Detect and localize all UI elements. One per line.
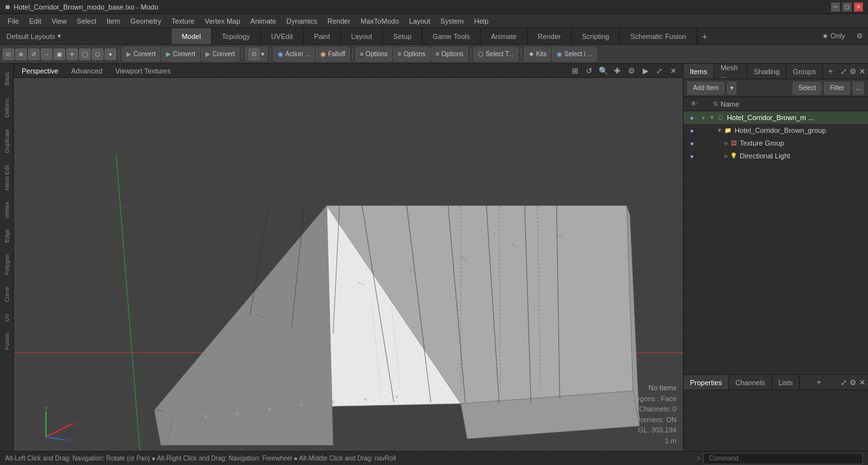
sidebar-item-mesh-edit[interactable]: Mesh Edit [3, 160, 11, 195]
menu-edit[interactable]: Edit [24, 16, 47, 26]
vp-expand-icon[interactable]: ⊞ [569, 65, 581, 77]
tab-uvedit[interactable]: UVEdit [261, 28, 304, 44]
props-tab-properties[interactable]: Properties [684, 375, 729, 390]
vp-tab-viewport-textures[interactable]: Viewport Textures [111, 66, 174, 76]
options-button-2[interactable]: ≡ Options [393, 47, 430, 61]
tool-rotate-icon[interactable]: ↺ [28, 49, 40, 60]
vp-rotate-icon[interactable]: ↺ [583, 65, 595, 77]
convert-button-1[interactable]: ▶ Convert [122, 47, 160, 61]
expand-root[interactable]: ▼ [709, 114, 715, 121]
tab-topology[interactable]: Topology [212, 28, 261, 44]
kits-button[interactable]: ★ Kits [524, 47, 551, 61]
vp-tab-advanced[interactable]: Advanced [67, 66, 106, 76]
vp-play-icon[interactable]: ▶ [640, 65, 651, 77]
vp-fullscreen-icon[interactable]: ⤢ [654, 65, 665, 77]
tab-paint[interactable]: Paint [304, 28, 341, 44]
falloff-button[interactable]: ◉ Falloff [316, 47, 350, 61]
convert-button-2[interactable]: ▶ Convert [161, 47, 200, 61]
action-button[interactable]: ◉ Action ... [273, 47, 315, 61]
tool-box-icon[interactable]: ▣ [54, 49, 65, 60]
layouts-dropdown[interactable]: Default Layouts ▾ [0, 28, 68, 44]
select-item-button[interactable]: ◉ Select i ... [552, 47, 597, 61]
props-tab-lists[interactable]: Lists [772, 375, 800, 390]
add-tab-button[interactable]: + [697, 28, 712, 44]
tab-scripting[interactable]: Scripting [572, 28, 620, 44]
props-expand-icon[interactable]: ⤢ [841, 378, 847, 387]
add-prop-tab[interactable]: + [811, 375, 827, 390]
sidebar-item-vertex[interactable]: Vertex [3, 197, 11, 224]
tab-render[interactable]: Render [528, 28, 572, 44]
tab-animate[interactable]: Animate [481, 28, 527, 44]
list-item-root[interactable]: ● ● ▼ ⬡ Hotel_Corridor_Brown_m ... [684, 111, 868, 124]
vp-settings-icon[interactable]: ⚙ [625, 65, 637, 77]
item-eye-light[interactable]: ● [686, 153, 698, 160]
more-items-button[interactable]: ... [853, 82, 864, 95]
tab-game-tools[interactable]: Game Tools [423, 28, 481, 44]
settings-icon[interactable]: ⚙ [851, 28, 868, 44]
vp-add-icon[interactable]: ✚ [611, 65, 623, 77]
sidebar-item-basic[interactable]: Basic [3, 66, 11, 91]
item-label-texture[interactable]: Texture Group [740, 139, 865, 147]
panel-close-icon[interactable]: ✕ [859, 67, 865, 76]
viewport-canvas[interactable]: X Y Z No Items Polygons : Face Channels:… [14, 78, 683, 451]
tool-transform-icon[interactable]: ⊕ [15, 49, 27, 60]
props-close-icon[interactable]: ✕ [859, 378, 865, 387]
tool-select-icon[interactable]: ⊙ [3, 49, 14, 60]
menu-animate[interactable]: Animate [245, 16, 281, 26]
viewport[interactable]: Perspective Advanced Viewport Textures ⊞… [14, 64, 683, 451]
vp-zoom-icon[interactable]: 🔍 [597, 65, 609, 77]
menu-file[interactable]: File [3, 16, 24, 26]
item-label-light[interactable]: Directional Light [740, 152, 865, 160]
item-label-root[interactable]: Hotel_Corridor_Brown_m ... [727, 114, 865, 121]
menu-layout[interactable]: Layout [404, 16, 435, 26]
tab-model[interactable]: Model [172, 28, 212, 44]
panel-expand-icon[interactable]: ⤢ [841, 67, 847, 76]
panel-settings-icon[interactable]: ⚙ [849, 67, 857, 76]
select-items-button[interactable]: Select [793, 82, 822, 95]
panel-tab-groups[interactable]: Groups [786, 64, 823, 79]
tab-schematic-fusion[interactable]: Schematic Fusion [620, 28, 696, 44]
panel-tab-items[interactable]: Items [684, 64, 714, 79]
menu-system[interactable]: System [435, 16, 469, 26]
menu-help[interactable]: Help [469, 16, 494, 26]
command-input[interactable] [703, 453, 863, 464]
tool-dropdown[interactable]: ⊙ ▾ [245, 47, 267, 61]
menu-item[interactable]: Item [101, 16, 125, 26]
items-list[interactable]: ● ● ▼ ⬡ Hotel_Corridor_Brown_m ... ● ▼ [684, 111, 868, 374]
options-button-3[interactable]: ≡ Options [431, 47, 468, 61]
maximize-button[interactable]: □ [842, 3, 851, 11]
menu-geometry[interactable]: Geometry [125, 16, 166, 26]
sidebar-item-polygon[interactable]: Polygon [3, 249, 11, 280]
item-label-group[interactable]: Hotel_Corridor_Brown_group [735, 126, 865, 134]
list-item-group[interactable]: ● ▼ 📁 Hotel_Corridor_Brown_group [684, 124, 868, 137]
panel-tab-mesh[interactable]: Mesh ... [714, 64, 747, 79]
item-eye-root[interactable]: ● [686, 114, 698, 121]
props-settings-icon[interactable]: ⚙ [849, 378, 857, 387]
sidebar-item-deform[interactable]: Deform. [3, 92, 11, 123]
menu-select[interactable]: Select [71, 16, 101, 26]
titlebar-controls[interactable]: ─ □ ✕ [831, 3, 863, 11]
close-button[interactable]: ✕ [854, 3, 863, 11]
expand-group[interactable]: ▼ [717, 127, 722, 133]
sidebar-item-fusion[interactable]: Fusion [3, 328, 11, 355]
filter-items-button[interactable]: Filter [824, 82, 849, 95]
tab-layout[interactable]: Layout [341, 28, 383, 44]
add-item-button[interactable]: Add Item [687, 82, 724, 95]
tool-hex-icon[interactable]: ⬡ [92, 49, 103, 60]
add-item-dropdown[interactable]: ▾ [727, 82, 737, 95]
tool-move-icon[interactable]: ✛ [66, 49, 78, 60]
props-tab-channels[interactable]: Channels [729, 375, 772, 390]
select-topology-button[interactable]: ⬡ Select T... [474, 47, 518, 61]
menu-vertex-map[interactable]: Vertex Map [200, 16, 246, 26]
menu-render[interactable]: Render [322, 16, 355, 26]
sidebar-item-uv[interactable]: UV [3, 309, 11, 327]
sidebar-item-edge[interactable]: Edge [3, 224, 11, 248]
list-item-texture-group[interactable]: ● ▶ 🖼 Texture Group [684, 137, 868, 149]
vp-tab-perspective[interactable]: Perspective [18, 66, 62, 76]
list-item-light[interactable]: ● ▶ 💡 Directional Light [684, 149, 868, 162]
menu-view[interactable]: View [47, 16, 72, 26]
menu-texture[interactable]: Texture [167, 16, 200, 26]
sidebar-item-curve[interactable]: Curve [3, 282, 11, 307]
panel-tab-shading[interactable]: Shading [747, 64, 786, 79]
minimize-button[interactable]: ─ [831, 3, 840, 11]
